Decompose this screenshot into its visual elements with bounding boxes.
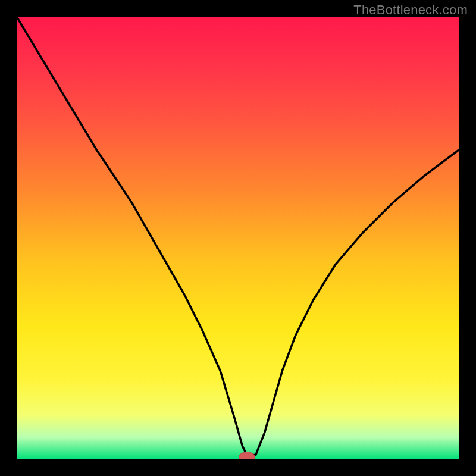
plot-area — [17, 17, 459, 459]
chart-svg — [17, 17, 459, 459]
chart-frame: TheBottleneck.com — [0, 0, 476, 476]
watermark-label: TheBottleneck.com — [353, 2, 468, 18]
gradient-background — [17, 17, 459, 459]
